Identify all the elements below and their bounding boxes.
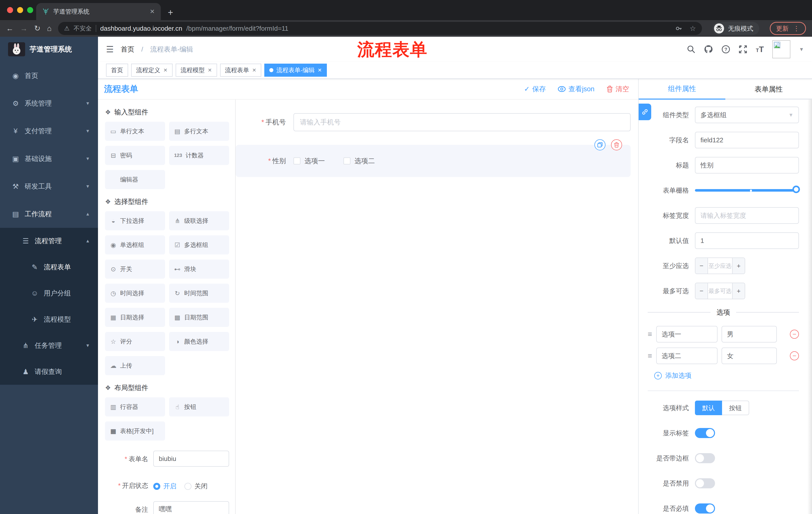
label-width-input[interactable] [695,207,799,224]
tag-close-icon[interactable]: ✕ [163,67,168,73]
breadcrumb-home[interactable]: 首页 [121,45,134,54]
show-label-toggle[interactable] [695,428,715,438]
palette-item-switch[interactable]: ⊙开关 [105,260,165,279]
help-icon[interactable]: ? [722,45,730,54]
palette-item-time-range[interactable]: ↻时间范围 [169,283,229,303]
palette-item-button[interactable]: ☝按钮 [169,397,229,416]
remark-textarea[interactable]: 嘿嘿 [153,501,229,514]
sidebar-item-system[interactable]: ⚙系统管理▼ [0,89,98,117]
palette-item-select[interactable]: ◒下拉选择 [105,211,165,231]
tag-close-icon[interactable]: ✕ [318,67,322,73]
address-bar[interactable]: ⚠ 不安全 dashboard.yudao.iocoder.cn /bpm/ma… [58,22,702,35]
option-value-input[interactable] [722,326,777,343]
home-icon[interactable]: ⌂ [47,25,52,32]
browser-tab[interactable]: 芋道管理系统 ✕ [36,3,161,20]
component-type-select[interactable]: 多选框组▼ [695,107,799,123]
remove-option-button[interactable]: − [790,330,799,339]
browser-update-button[interactable]: 更新 ⋮ [770,22,806,35]
zoom-window-button[interactable] [27,7,33,13]
sidebar-item-process-model[interactable]: ✈流程模型 [0,306,98,332]
tag-close-icon[interactable]: ✕ [208,67,212,73]
collapse-sidebar-icon[interactable]: ☰ [106,44,114,54]
palette-item-single-text[interactable]: ▭单行文本 [105,122,165,141]
option-value-input[interactable] [722,348,777,364]
radio-off-label[interactable]: 关闭 [195,482,207,491]
minus-button[interactable]: − [695,283,707,299]
style-button-button[interactable]: 按钮 [722,401,749,415]
palette-item-password[interactable]: ⊟密码 [105,146,165,165]
tag-process-model[interactable]: 流程模型✕ [176,64,217,77]
minus-button[interactable]: − [695,258,707,274]
sidebar-item-infra[interactable]: ▣基础设施▼ [0,145,98,172]
title-input[interactable] [695,157,799,173]
tag-process-form[interactable]: 流程表单✕ [220,64,262,77]
radio-on[interactable] [153,483,160,490]
menu-dots-icon[interactable]: ⋮ [793,25,800,32]
max-select-input[interactable] [707,283,733,299]
tab-component-props[interactable]: 组件属性 [639,79,725,100]
form-name-input[interactable] [153,451,229,467]
minimize-window-button[interactable] [17,7,23,13]
sidebar-item-devtools[interactable]: ⚒研发工具▼ [0,172,98,200]
password-key-icon[interactable] [675,25,683,32]
palette-item-rate[interactable]: ☆评分 [105,332,165,351]
tag-home[interactable]: 首页 [106,64,128,77]
tag-process-form-edit[interactable]: 流程表单-编辑✕ [264,64,327,77]
bookmark-star-icon[interactable]: ☆ [690,24,696,33]
avatar[interactable] [772,40,790,58]
clear-button[interactable]: 清空 [607,84,629,93]
sidebar-item-task-mgmt[interactable]: ⋔任务管理▼ [0,332,98,359]
sidebar-item-workflow[interactable]: ▤工作流程▲ [0,200,98,228]
close-window-button[interactable] [7,7,13,13]
reload-icon[interactable]: ↻ [34,25,40,32]
save-button[interactable]: ✓保存 [524,84,546,93]
option-label-input[interactable] [656,326,718,343]
tab-form-props[interactable]: 表单属性 [725,79,812,100]
sidebar-item-process-form[interactable]: ✎流程表单 [0,254,98,280]
drag-handle-icon[interactable]: ≡ [648,352,652,360]
palette-item-cascader[interactable]: ⋔级联选择 [169,211,229,231]
fullscreen-icon[interactable] [738,45,747,54]
sidebar-item-payment[interactable]: ¥支付管理▼ [0,117,98,145]
palette-item-date-picker[interactable]: ▦日期选择 [105,308,165,327]
sidebar-item-leave-query[interactable]: ♟请假查询 [0,359,98,385]
min-select-input[interactable] [707,258,733,274]
checkbox-option2-label[interactable]: 选项二 [354,156,375,165]
canvas-field-phone[interactable]: 手机号 [236,113,631,131]
copy-component-button[interactable] [594,139,606,151]
style-default-button[interactable]: 默认 [695,401,722,415]
palette-item-multi-text[interactable]: ▤多行文本 [169,122,229,141]
back-icon[interactable]: ← [6,25,13,32]
view-json-button[interactable]: 查看json [558,84,594,93]
checkbox-option1[interactable] [293,157,300,164]
github-icon[interactable] [704,45,713,54]
avatar-caret-icon[interactable]: ▼ [799,47,804,52]
sidebar-item-user-group[interactable]: ☺用户分组 [0,280,98,306]
sidebar-item-home[interactable]: ◉首页 [0,62,98,89]
palette-item-date-range[interactable]: ▩日期范围 [169,308,229,327]
radio-on-label[interactable]: 开启 [163,482,176,491]
canvas-field-gender-selected[interactable]: 性别 选项一 选项二 [236,145,631,177]
insecure-warning-icon[interactable]: ⚠ [64,25,69,32]
required-toggle[interactable] [695,504,715,514]
palette-item-time-picker[interactable]: ◷时间选择 [105,283,165,303]
palette-item-editor[interactable]: 编辑器 [105,170,165,189]
palette-item-slider[interactable]: ⊷滑块 [169,260,229,279]
search-icon[interactable] [687,45,695,54]
field-name-input[interactable] [695,132,799,148]
link-tab-button[interactable] [639,104,651,120]
sidebar-item-process-mgmt[interactable]: ☰流程管理▲ [0,228,98,254]
palette-item-table[interactable]: ▦表格[开发中] [105,422,165,440]
remove-option-button[interactable]: − [790,351,799,360]
palette-item-color-picker[interactable]: ◑颜色选择 [169,332,229,351]
tab-close-icon[interactable]: ✕ [150,8,155,15]
palette-item-checkbox-group[interactable]: ☑多选框组 [169,235,229,254]
checkbox-option2[interactable] [343,157,350,164]
default-value-input[interactable] [695,232,799,249]
disabled-toggle[interactable] [695,478,715,488]
palette-item-counter[interactable]: 123计数器 [169,146,229,165]
palette-item-upload[interactable]: ☁上传 [105,356,165,375]
option-label-input[interactable] [656,348,718,364]
drag-handle-icon[interactable]: ≡ [648,330,652,339]
plus-button[interactable]: + [733,258,745,274]
